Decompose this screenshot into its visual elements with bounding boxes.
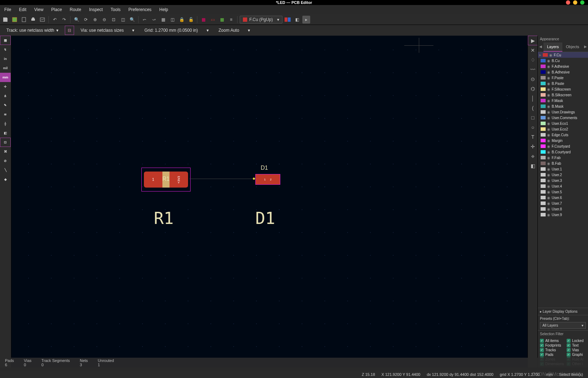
layer-color-swatch[interactable]: [541, 196, 546, 199]
layer-row[interactable]: ◉B.Silkscreen: [538, 92, 588, 98]
layer-row[interactable]: ◉User.1: [538, 166, 588, 172]
r1-pad-1[interactable]: 1: [144, 172, 162, 188]
layer-color-swatch[interactable]: [541, 65, 546, 68]
display-options[interactable]: ▸ Layer Display Options: [538, 308, 588, 315]
redo-icon[interactable]: ↷: [60, 16, 68, 24]
filter-vias[interactable]: ✓Vias: [567, 348, 586, 352]
menu-place[interactable]: Place: [50, 6, 63, 14]
tab-prev-icon[interactable]: ◀: [538, 42, 543, 52]
group-icon[interactable]: ▦: [159, 16, 167, 24]
layer-color-swatch[interactable]: [541, 127, 546, 131]
layer-row[interactable]: ◉User.2: [538, 172, 588, 178]
lock-icon[interactable]: 🔒: [178, 16, 186, 24]
layer-row[interactable]: ▶◉F.Cu: [538, 52, 588, 58]
right-tool-1[interactable]: ✕: [528, 45, 538, 55]
visibility-icon[interactable]: ◉: [547, 167, 550, 171]
tab-layers[interactable]: Layers: [543, 42, 562, 52]
right-tool-5[interactable]: ⌬: [528, 84, 538, 93]
layer-color-swatch[interactable]: [541, 167, 546, 171]
filter-all-items[interactable]: ✓All items: [540, 339, 564, 343]
layer-color-swatch[interactable]: [541, 110, 546, 114]
tab-objects[interactable]: Objects: [562, 42, 583, 52]
layer-row[interactable]: ◉User.6: [538, 195, 588, 200]
filter-tracks[interactable]: ✓Tracks: [540, 348, 564, 352]
visibility-icon[interactable]: ◉: [547, 201, 550, 205]
rotate-ccw-icon[interactable]: ⤺: [141, 16, 149, 24]
right-tool-9[interactable]: ○: [528, 122, 538, 132]
right-tool-10[interactable]: T: [528, 132, 538, 142]
board-setup-icon[interactable]: [11, 16, 19, 24]
visibility-icon[interactable]: ◉: [547, 116, 550, 120]
layer-row[interactable]: ◉User.9: [538, 212, 588, 218]
right-tool-13[interactable]: ◧: [528, 161, 538, 170]
layer-row[interactable]: ◉F.Adhesive: [538, 63, 588, 69]
menu-route[interactable]: Route: [68, 6, 83, 14]
visibility-icon[interactable]: ◉: [547, 173, 550, 177]
left-tool-6[interactable]: ⋔: [0, 91, 11, 101]
layer-row[interactable]: ◉User.8: [538, 206, 588, 212]
layer-row[interactable]: ◉F.Paste: [538, 75, 588, 81]
layer-select[interactable]: F.Cu (PgUp) ▾: [240, 16, 282, 24]
left-tool-13[interactable]: ⊘: [0, 156, 11, 165]
layer-row[interactable]: ◉F.Silkscreen: [538, 86, 588, 92]
left-tool-7[interactable]: ✎: [0, 101, 11, 110]
layer-color-swatch[interactable]: [543, 53, 548, 57]
layer-color-swatch[interactable]: [541, 59, 546, 62]
visibility-icon[interactable]: ◉: [547, 139, 550, 143]
layer-color-swatch[interactable]: [541, 213, 546, 216]
right-tool-6[interactable]: │: [528, 93, 538, 103]
layer-color-swatch[interactable]: [541, 190, 546, 194]
visibility-icon[interactable]: ◉: [547, 65, 550, 68]
left-tool-2[interactable]: in: [0, 54, 11, 63]
visibility-icon[interactable]: ◉: [547, 207, 550, 211]
close-dot[interactable]: [566, 0, 570, 5]
layer-color-swatch[interactable]: [541, 150, 546, 154]
right-tool-12[interactable]: ⎆: [528, 151, 538, 161]
menu-edit[interactable]: Edit: [17, 6, 28, 14]
sheet-icon[interactable]: [20, 16, 28, 24]
layer-row[interactable]: ◉User.5: [538, 189, 588, 195]
layer-pair-icon[interactable]: [284, 16, 292, 24]
pcb-canvas[interactable]: 1 +3V3 R1 D1 12 R1 D1: [11, 36, 527, 367]
left-tool-14[interactable]: ╲: [0, 165, 11, 175]
right-tool-2[interactable]: ♢: [528, 55, 538, 65]
layer-color-swatch[interactable]: [541, 201, 546, 205]
layer-row[interactable]: ◉User.Drawings: [538, 109, 588, 115]
left-tool-5[interactable]: ✛: [0, 82, 11, 91]
layer-color-swatch[interactable]: [541, 133, 546, 137]
ungroup-icon[interactable]: ◫: [168, 16, 176, 24]
visibility-icon[interactable]: ◉: [547, 93, 550, 97]
visibility-icon[interactable]: ◉: [547, 133, 550, 137]
left-tool-12[interactable]: ⌘: [0, 147, 11, 156]
visibility-icon[interactable]: ◉: [549, 53, 552, 57]
presets-dropdown[interactable]: All Layers▾: [540, 322, 586, 329]
visibility-icon[interactable]: ◉: [547, 82, 550, 86]
filter-text[interactable]: ✓Text: [567, 343, 586, 347]
visibility-icon[interactable]: ◉: [547, 184, 550, 188]
menu-preferences[interactable]: Preferences: [127, 6, 153, 14]
layer-row[interactable]: ◉B.Courtyard: [538, 149, 588, 155]
layer-color-swatch[interactable]: [541, 179, 546, 182]
layer-row[interactable]: ◉B.Adhesive: [538, 69, 588, 75]
visibility-icon[interactable]: ◉: [547, 70, 550, 74]
zoom-selection-icon[interactable]: ◫: [119, 16, 127, 24]
left-tool-9[interactable]: ╫: [0, 119, 11, 128]
filter-pads[interactable]: ✓Pads: [540, 353, 564, 357]
layer-color-swatch[interactable]: [541, 173, 546, 177]
left-tool-11[interactable]: ⊡: [0, 138, 11, 147]
zoom-tool-icon[interactable]: 🔍: [128, 16, 136, 24]
3d-viewer-icon[interactable]: ◧: [293, 16, 301, 24]
track-width-dropdown[interactable]: Track: use netclass width ▾: [3, 26, 62, 34]
layer-color-swatch[interactable]: [541, 162, 546, 165]
filter-footprints[interactable]: ✓Footprints: [540, 343, 564, 347]
layer-color-swatch[interactable]: [541, 184, 546, 188]
save-icon[interactable]: [1, 16, 9, 24]
visibility-icon[interactable]: ◉: [547, 59, 550, 63]
update-icon[interactable]: ▦: [218, 16, 226, 24]
component-r1[interactable]: 1 +3V3 R1: [141, 168, 191, 191]
layer-row[interactable]: ◉Margin: [538, 138, 588, 143]
right-tool-8[interactable]: □: [528, 113, 538, 122]
minimize-dot[interactable]: [573, 0, 577, 5]
layer-row[interactable]: ◉B.Cu: [538, 58, 588, 63]
visibility-icon[interactable]: ◉: [547, 190, 550, 194]
